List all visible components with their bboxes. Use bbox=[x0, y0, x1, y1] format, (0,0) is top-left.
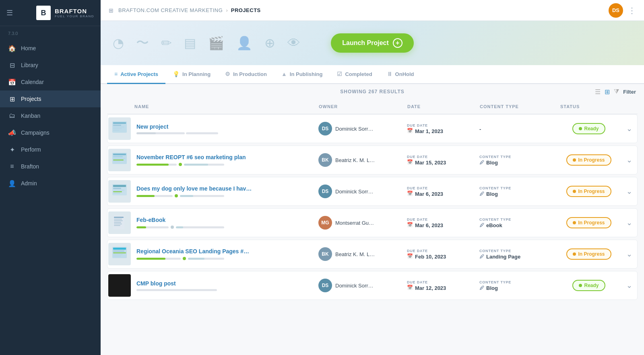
plus-icon: + bbox=[396, 39, 399, 47]
thumb-image bbox=[108, 180, 131, 203]
tab-onhold[interactable]: ⏸ OnHold bbox=[380, 65, 421, 84]
tab-in-publishing[interactable]: ▲ In Publishing bbox=[274, 65, 330, 84]
expand-cell[interactable]: ⌄ bbox=[621, 156, 637, 164]
expand-cell[interactable]: ⌄ bbox=[621, 281, 637, 290]
sidebar-item-label: Brafton bbox=[21, 163, 39, 170]
tab-in-production[interactable]: ⚙ In Production bbox=[218, 65, 274, 84]
svg-rect-27 bbox=[113, 250, 124, 252]
content-type-label: CONTENT TYPE bbox=[479, 249, 553, 253]
progress-bar-1 bbox=[136, 289, 217, 291]
svg-rect-8 bbox=[113, 156, 123, 157]
svg-rect-15 bbox=[113, 190, 124, 191]
date-cell: DUE DATE 📅 Mar 15, 2023 bbox=[404, 155, 476, 166]
sidebar-item-admin[interactable]: 👤 Admin bbox=[0, 175, 101, 192]
status-cell: In Progress bbox=[557, 248, 621, 260]
thumb-image bbox=[108, 211, 131, 234]
thumb-image bbox=[108, 149, 131, 171]
sidebar-item-label: Home bbox=[21, 45, 36, 51]
expand-icon: ⌄ bbox=[626, 187, 632, 196]
more-options-icon[interactable]: ⋮ bbox=[628, 6, 636, 15]
progress-dot bbox=[175, 194, 178, 197]
project-thumbnail bbox=[107, 274, 132, 297]
owner-cell: DS Dominick Sorr… bbox=[315, 279, 404, 292]
table-row[interactable]: November REOPT #6 seo marketing plan BK … bbox=[107, 146, 638, 174]
project-info: Regional Oceania SEO Landing Pages #… bbox=[132, 244, 315, 264]
content-area: ≡ Active Projects 💡 In Planning ⚙ In Pro… bbox=[101, 65, 644, 355]
app-version: 7.3.0 bbox=[0, 26, 101, 38]
sidebar-item-home[interactable]: 🏠 Home bbox=[0, 40, 101, 57]
content-type-label: CONTENT TYPE bbox=[479, 218, 553, 222]
table-row[interactable]: Regional Oceania SEO Landing Pages #… BK… bbox=[107, 240, 638, 269]
progress-dot bbox=[179, 163, 182, 166]
breadcrumb-separator: › bbox=[226, 7, 227, 13]
tab-completed[interactable]: ☑ Completed bbox=[330, 65, 379, 84]
grid-view-icon[interactable]: ⊞ bbox=[605, 88, 610, 96]
date-value: Mar 1, 2023 bbox=[415, 128, 443, 134]
col-header-status: STATUS bbox=[557, 103, 621, 111]
table-row[interactable]: Does my dog only love me because I hav… … bbox=[107, 177, 638, 206]
table-row[interactable]: Feb-eBook MG Montserrat Gu… bbox=[107, 208, 638, 237]
table-row[interactable]: CMP blog post DS Dominick Sorr… DUE DATE… bbox=[107, 271, 638, 300]
deco-pencil-icon: ✏ bbox=[161, 35, 172, 51]
table-row[interactable]: New project DS Dominick Sorr… bbox=[107, 114, 638, 143]
owner-cell: DS Dominick Sorr… bbox=[315, 185, 404, 198]
in-production-tab-icon: ⚙ bbox=[225, 71, 230, 77]
progress-bar-2 bbox=[176, 226, 224, 228]
sidebar-item-brafton[interactable]: ≡ Brafton bbox=[0, 158, 101, 175]
date-label: DUE DATE bbox=[407, 186, 473, 190]
tab-in-planning[interactable]: 💡 In Planning bbox=[165, 65, 218, 84]
date-cell: DUE DATE 📅 Mar 1, 2023 bbox=[404, 123, 476, 134]
sidebar-item-library[interactable]: ⊟ Library bbox=[0, 57, 101, 74]
hamburger-icon[interactable]: ☰ bbox=[6, 8, 13, 17]
expand-cell[interactable]: ⌄ bbox=[621, 187, 637, 196]
content-type-value: 🖊 eBook bbox=[479, 222, 553, 228]
project-thumbnail bbox=[107, 211, 132, 234]
owner-name: Dominick Sorr… bbox=[335, 126, 374, 132]
brand-name: BRAFTON bbox=[55, 8, 94, 14]
launch-project-button[interactable]: Launch Project + bbox=[331, 33, 414, 53]
svg-rect-14 bbox=[113, 188, 121, 189]
project-thumbnail bbox=[107, 117, 132, 140]
svg-rect-9 bbox=[113, 158, 125, 159]
expand-cell[interactable]: ⌄ bbox=[621, 124, 637, 133]
date-value-wrapper: 📅 Mar 1, 2023 bbox=[407, 127, 473, 134]
owner-cell: BK Beatriz K. M. L… bbox=[315, 247, 404, 261]
sidebar-item-kanban[interactable]: 🗂 Kanban bbox=[0, 107, 101, 124]
sidebar-item-calendar[interactable]: 📅 Calendar bbox=[0, 74, 101, 90]
sidebar-item-perform[interactable]: ✦ Perform bbox=[0, 141, 101, 158]
content-type-cell: CONTENT TYPE 🖊 eBook bbox=[476, 218, 557, 228]
svg-rect-20 bbox=[114, 219, 122, 220]
expand-cell[interactable]: ⌄ bbox=[621, 250, 637, 259]
tab-active-projects[interactable]: ≡ Active Projects bbox=[107, 65, 165, 84]
sidebar-item-label: Projects bbox=[21, 96, 41, 102]
filter-icon[interactable]: ⧩ bbox=[614, 88, 619, 95]
calendar-icon: 📅 bbox=[407, 128, 413, 133]
expand-cell[interactable]: ⌄ bbox=[621, 218, 637, 227]
progress-bars bbox=[136, 163, 310, 166]
date-label: DUE DATE bbox=[407, 280, 473, 284]
perform-icon: ✦ bbox=[8, 146, 16, 154]
svg-rect-13 bbox=[113, 185, 126, 187]
owner-avatar: MG bbox=[318, 216, 332, 230]
tab-onhold-label: OnHold bbox=[395, 71, 414, 77]
project-info: CMP blog post bbox=[132, 276, 315, 295]
launch-plus-circle: + bbox=[393, 38, 402, 48]
expand-icon: ⌄ bbox=[626, 156, 632, 164]
status-cell: In Progress bbox=[557, 154, 621, 166]
svg-rect-29 bbox=[113, 254, 123, 255]
sidebar-item-campaigns[interactable]: 📣 Campaigns bbox=[0, 124, 101, 141]
filter-button[interactable]: Filter bbox=[623, 89, 636, 95]
active-projects-tab-icon: ≡ bbox=[114, 71, 118, 77]
table-header: NAME OWNER DATE CONTENT TYPE STATUS bbox=[107, 99, 638, 114]
status-dot bbox=[573, 190, 576, 193]
main-content: ⊞ BRAFTON.COM CREATIVE MARKETING › PROJE… bbox=[101, 0, 644, 355]
svg-rect-21 bbox=[114, 220, 123, 221]
svg-rect-22 bbox=[114, 222, 121, 223]
status-cell: In Progress bbox=[557, 217, 621, 228]
admin-icon: 👤 bbox=[8, 179, 16, 187]
list-view-icon[interactable]: ☰ bbox=[595, 88, 601, 96]
user-avatar[interactable]: DS bbox=[609, 3, 623, 18]
col-header-owner: OWNER bbox=[316, 103, 404, 111]
status-label: Ready bbox=[584, 126, 599, 131]
sidebar-item-projects[interactable]: ⊞ Projects bbox=[0, 90, 101, 107]
